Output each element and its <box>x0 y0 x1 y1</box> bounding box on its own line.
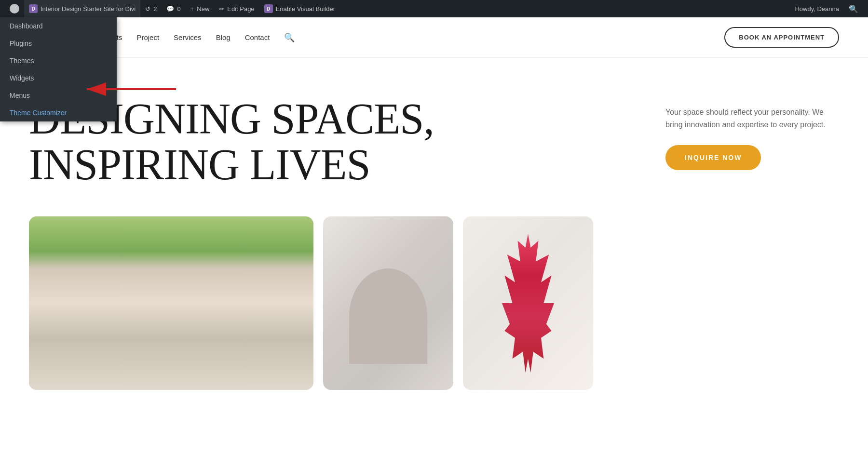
inquire-now-button[interactable]: INQUIRE NOW <box>665 145 761 170</box>
gallery-image-chair <box>323 216 453 390</box>
site-title-button[interactable]: D Interior Design Starter Site for Divi <box>24 0 140 17</box>
new-button[interactable]: + New <box>186 0 215 17</box>
hero-title-line2: INSPIRING LIVES <box>29 141 370 188</box>
divi-icon: D <box>29 4 38 13</box>
revisions-button[interactable]: ↺ 2 <box>140 0 162 17</box>
howdy-text: Howdy, Deanna <box>790 5 844 13</box>
comments-button[interactable]: 💬 0 <box>162 0 185 17</box>
nav-blog[interactable]: Blog <box>216 33 231 41</box>
dropdown-item-themes[interactable]: Themes <box>0 52 117 69</box>
nav-services[interactable]: Services <box>174 33 202 41</box>
hero-title: DESIGNING SPACES, INSPIRING LIVES <box>29 96 617 187</box>
dropdown-item-plugins[interactable]: Plugins <box>0 35 117 52</box>
divi-builder-icon: D <box>264 4 273 13</box>
wp-logo-button[interactable] <box>5 0 24 17</box>
new-icon: + <box>190 5 194 13</box>
dropdown-item-theme-customizer[interactable]: Theme Customizer <box>0 104 117 121</box>
hero-left: DESIGNING SPACES, INSPIRING LIVES <box>29 96 617 187</box>
comments-icon: 💬 <box>166 5 174 13</box>
visual-builder-button[interactable]: D Enable Visual Builder <box>259 0 340 17</box>
dropdown-item-menus[interactable]: Menus <box>0 87 117 104</box>
dropdown-item-widgets[interactable]: Widgets <box>0 69 117 87</box>
site-title-text: Interior Design Starter Site for Divi <box>41 5 136 13</box>
nav-search-icon[interactable]: 🔍 <box>284 32 295 43</box>
revisions-icon: ↺ <box>145 5 150 13</box>
gallery-image-living-room <box>29 216 313 390</box>
hero-description: Your space should reflect your personali… <box>665 106 839 131</box>
gallery-image-flowers <box>463 216 593 390</box>
visual-builder-label: Enable Visual Builder <box>276 5 335 13</box>
admin-dropdown-menu: Dashboard Plugins Themes Widgets Menus T… <box>0 17 117 121</box>
site-header: Home About Projects Project Services Blo… <box>0 17 868 58</box>
edit-page-button[interactable]: ✏ Edit Page <box>214 0 259 17</box>
comments-count: 0 <box>177 5 180 13</box>
admin-bar: D Interior Design Starter Site for Divi … <box>0 0 868 17</box>
new-label: New <box>197 5 209 13</box>
admin-bar-right: Howdy, Deanna 🔍 <box>790 4 863 13</box>
nav-project[interactable]: Project <box>136 33 159 41</box>
edit-page-label: Edit Page <box>227 5 254 13</box>
wp-icon <box>10 4 19 13</box>
admin-search-icon[interactable]: 🔍 <box>844 4 863 13</box>
book-appointment-button[interactable]: BOOK AN APPOINTMENT <box>724 27 839 48</box>
admin-bar-left: D Interior Design Starter Site for Divi … <box>5 0 790 17</box>
dropdown-item-dashboard[interactable]: Dashboard <box>0 17 117 35</box>
hero-right: Your space should reflect your personali… <box>665 96 839 170</box>
hero-section: DESIGNING SPACES, INSPIRING LIVES Your s… <box>0 58 868 207</box>
edit-icon: ✏ <box>219 5 224 13</box>
nav-contact[interactable]: Contact <box>245 33 270 41</box>
revisions-count: 2 <box>153 5 157 13</box>
gallery-section <box>0 207 868 400</box>
